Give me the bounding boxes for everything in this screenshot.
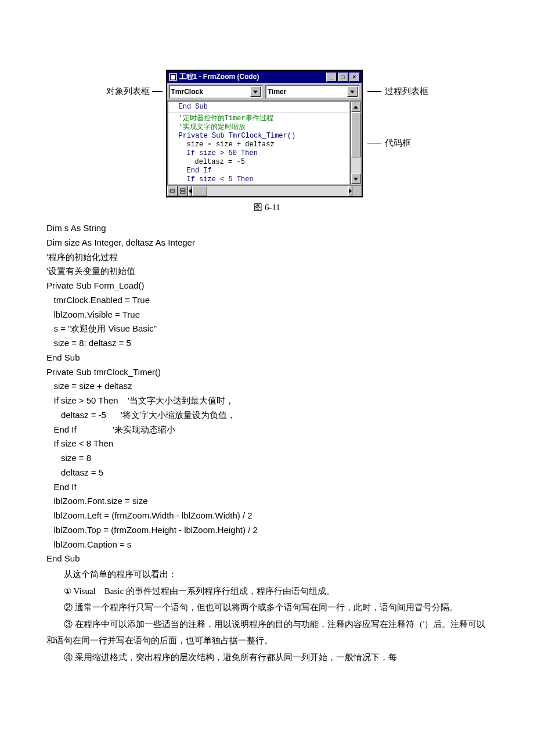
- code-line: '实现文字的定时缩放: [179, 123, 347, 132]
- listing-comment: '将文字大小缩放量设为负值，: [121, 411, 236, 420]
- scroll-thumb[interactable]: [351, 112, 360, 157]
- code-line: End If: [187, 167, 347, 175]
- app-icon: [169, 73, 177, 81]
- paragraph: ③ 在程序中可以添加一些适当的注释，用以说明程序的目的与功能，注释内容应写在注释…: [46, 616, 488, 649]
- annotation-right-top-text: 过程列表框: [385, 86, 428, 97]
- code-line: Private Sub TmrClock_Timer(): [179, 132, 347, 141]
- vb-code-window: 工程1 - FrmZoom (Code) _ □ × TmrClock Time…: [166, 70, 363, 197]
- resize-grip[interactable]: [352, 186, 362, 195]
- procedure-view-button[interactable]: [167, 186, 178, 196]
- code-line: If size > 50 Then: [187, 149, 347, 158]
- annotation-right-top: 过程列表框: [367, 86, 428, 97]
- listing-line: Dim s As String: [46, 223, 106, 233]
- listing-line: If size > 50 Then: [46, 395, 128, 405]
- full-view-icon: [180, 188, 186, 194]
- annotation-line: [367, 143, 381, 143]
- listing-line: End If: [46, 482, 77, 492]
- listing-line: End Sub: [46, 352, 80, 362]
- code-listing: Dim s As String Dim size As Integer, del…: [46, 221, 488, 566]
- code-line: End Sub: [179, 103, 347, 111]
- code-line: '定时器控件的Timer事件过程: [179, 114, 347, 123]
- scroll-right-button[interactable]: [348, 186, 352, 196]
- annotations-right: 过程列表框 代码框: [367, 70, 428, 149]
- listing-line: lblZoom.Caption = s: [46, 539, 131, 549]
- horizontal-scrollbar[interactable]: [188, 186, 352, 196]
- procedure-combobox[interactable]: Timer: [265, 85, 360, 99]
- paragraph: 从这个简单的程序可以看出：: [46, 566, 488, 583]
- listing-line: End If: [46, 424, 113, 434]
- listing-line: lblZoom.Visible = True: [46, 309, 140, 319]
- scroll-down-button[interactable]: [351, 174, 360, 184]
- code-editor[interactable]: End Sub '定时器控件的Timer事件过程 '实现文字的定时缩放 Priv…: [167, 100, 350, 185]
- full-module-view-button[interactable]: [178, 186, 188, 196]
- object-combobox-text: TmrClock: [171, 88, 251, 96]
- listing-line: size = 8: deltasz = 5: [46, 338, 131, 348]
- proc-separator: [168, 113, 349, 113]
- object-combobox[interactable]: TmrClock: [169, 85, 264, 99]
- paragraph: ② 通常一个程序行只写一个语句，但也可以将两个或多个语句写在同一行，此时，语句间…: [46, 599, 488, 616]
- listing-line: deltasz = 5: [46, 467, 103, 477]
- svg-rect-2: [181, 192, 185, 193]
- listing-line: Private Sub Form_Load(): [46, 280, 144, 290]
- scroll-up-button[interactable]: [351, 102, 360, 112]
- proc-view-icon: [169, 188, 175, 194]
- listing-line: lblZoom.Left = (frmZoom.Width - lblZoom.…: [46, 510, 252, 520]
- window-title: 工程1 - FrmZoom (Code): [179, 72, 326, 82]
- minimize-button[interactable]: _: [326, 73, 337, 82]
- listing-comment: '来实现动态缩小: [113, 425, 175, 434]
- listing-line: Private Sub tmrClock_Timer(): [46, 367, 161, 377]
- code-line: deltasz = -5: [195, 158, 347, 167]
- listing-line: tmrClock.Enabled = True: [46, 295, 150, 305]
- figure-6-11: 对象列表框 工程1 - FrmZoom (Code) _ □ × TmrCloc…: [46, 70, 488, 197]
- vertical-scrollbar[interactable]: [350, 100, 362, 185]
- listing-line: lblZoom.Top = (frmZoom.Height - lblZoom.…: [46, 525, 258, 535]
- procedure-combobox-text: Timer: [268, 88, 347, 96]
- code-line: If size < 5 Then: [187, 175, 347, 184]
- listing-line: lblZoom.Font.size = size: [46, 496, 148, 506]
- svg-rect-0: [170, 190, 175, 192]
- scroll-left-button[interactable]: [188, 186, 192, 196]
- paragraph: ④ 采用缩进格式，突出程序的层次结构，避免所有行都从同一列开始，一般情况下，每: [46, 649, 488, 666]
- annotation-line: [367, 91, 381, 92]
- close-button[interactable]: ×: [349, 73, 360, 82]
- listing-line: '程序的初始化过程: [46, 253, 118, 262]
- code-line: size = 5: [195, 184, 347, 185]
- scroll-track[interactable]: [192, 186, 348, 196]
- code-line: size = size + deltasz: [187, 141, 347, 149]
- listing-line: If size < 8 Then: [46, 438, 113, 448]
- listing-line: size = 8: [46, 453, 91, 463]
- listing-comment: '当文字大小达到最大值时，: [128, 396, 234, 405]
- annotation-left: 对象列表框: [106, 70, 163, 97]
- listing-line: '设置有关变量的初始值: [46, 267, 135, 276]
- annotation-line: [152, 91, 163, 92]
- svg-rect-1: [181, 189, 185, 190]
- dropdown-icon[interactable]: [250, 87, 261, 97]
- paragraph: ① Visual Basic 的事件过程由一系列程序行组成，程序行由语句组成。: [46, 583, 488, 600]
- listing-line: size = size + deltasz: [46, 381, 132, 391]
- annotation-right-mid-text: 代码框: [385, 138, 411, 149]
- listing-line: Dim size As Integer, deltasz As Integer: [46, 237, 195, 247]
- scroll-thumb[interactable]: [192, 186, 207, 196]
- annotation-left-text: 对象列表框: [106, 86, 150, 97]
- dropdown-icon[interactable]: [347, 87, 358, 97]
- maximize-button[interactable]: □: [338, 73, 348, 82]
- figure-caption: 图 6-11: [46, 202, 488, 213]
- annotation-right-mid: 代码框: [367, 138, 428, 149]
- listing-line: deltasz = -5: [46, 410, 121, 420]
- listing-line: s = "欢迎使用 Visue Basic": [46, 323, 157, 333]
- listing-line: End Sub: [46, 553, 80, 563]
- window-titlebar[interactable]: 工程1 - FrmZoom (Code) _ □ ×: [167, 71, 362, 83]
- scroll-track[interactable]: [351, 112, 360, 174]
